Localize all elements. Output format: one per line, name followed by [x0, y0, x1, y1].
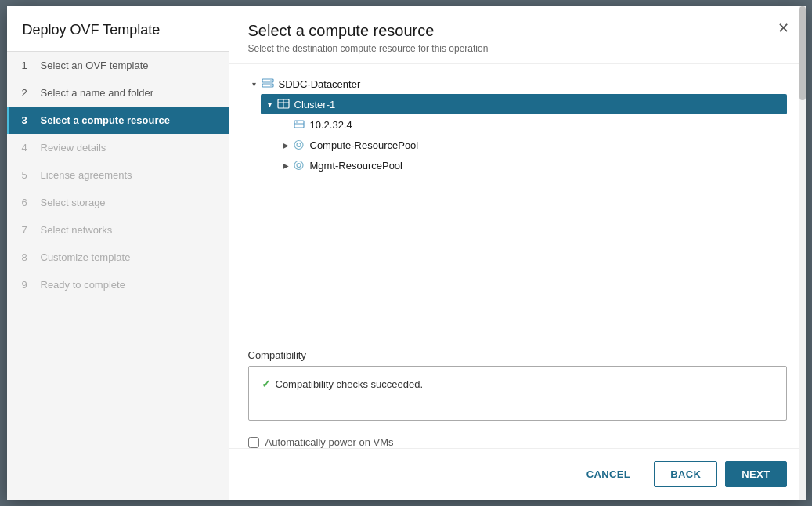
auto-power-on-area: Automatically power on VMs: [229, 430, 806, 448]
svg-point-12: [294, 161, 303, 170]
step-7-num: 7: [22, 224, 34, 236]
pool2-toggle-icon[interactable]: ▶: [280, 159, 292, 172]
step-8-num: 8: [22, 251, 34, 263]
datacenter-toggle-icon[interactable]: ▾: [248, 78, 261, 90]
cluster-row[interactable]: ▾ Cluster-1: [261, 94, 787, 114]
cluster-toggle-icon[interactable]: ▾: [264, 98, 276, 110]
pool1-row[interactable]: ▶ Compute-ResourcePool: [280, 135, 787, 155]
svg-point-10: [294, 141, 303, 150]
pool1-icon: [292, 138, 306, 152]
pool2-row[interactable]: ▶ Mgmt-ResourcePool: [280, 155, 787, 175]
step-1-num: 1: [22, 60, 34, 71]
step-9-label: Ready to complete: [41, 279, 125, 291]
step-4-num: 4: [22, 142, 34, 154]
datacenter-icon: [261, 77, 275, 91]
sidebar: Deploy OVF Template 1 Select an OVF temp…: [7, 6, 229, 500]
svg-rect-1: [262, 84, 273, 87]
auto-power-on-label: Automatically power on VMs: [265, 436, 394, 448]
step-5-num: 5: [22, 169, 34, 181]
step-5[interactable]: 5 License agreements: [7, 161, 229, 189]
step-9-num: 9: [22, 279, 34, 291]
step-3[interactable]: 3 Select a compute resource: [7, 107, 229, 134]
pool1-label: Compute-ResourcePool: [310, 139, 419, 151]
pool2-label: Mgmt-ResourcePool: [310, 160, 403, 172]
step-3-num: 3: [22, 114, 34, 126]
scrollbar-thumb[interactable]: [799, 6, 806, 100]
host-spacer: [280, 118, 292, 131]
compatibility-success: ✓ Compatibility checks succeeded.: [262, 378, 774, 390]
step-9[interactable]: 9 Ready to complete: [7, 271, 229, 298]
cluster-container: ▾ Cluster-1: [264, 94, 787, 175]
host-container: 10.2.32.4 ▶ Compute-ResourcePool: [280, 114, 787, 175]
svg-point-9: [296, 121, 298, 123]
check-icon: ✓: [262, 378, 271, 390]
step-5-label: License agreements: [41, 169, 132, 181]
host-icon: [292, 117, 306, 132]
next-button[interactable]: NEXT: [725, 461, 786, 487]
step-7-label: Select networks: [41, 224, 113, 236]
step-6-label: Select storage: [41, 197, 106, 208]
auto-power-on-checkbox[interactable]: [248, 437, 259, 448]
resource-tree: ▾ SDDC-Datacenter ▾: [229, 64, 806, 349]
step-2-label: Select a name and folder: [41, 87, 154, 99]
compatibility-box: ✓ Compatibility checks succeeded.: [248, 366, 787, 421]
pool1-toggle-icon[interactable]: ▶: [280, 139, 292, 151]
step-8-label: Customize template: [41, 251, 131, 263]
step-6[interactable]: 6 Select storage: [7, 189, 229, 216]
main-subtitle: Select the destination compute resource …: [248, 43, 787, 54]
step-1[interactable]: 1 Select an OVF template: [7, 52, 229, 79]
dialog-footer: CANCEL BACK NEXT: [229, 448, 806, 500]
cancel-button[interactable]: CANCEL: [571, 462, 647, 486]
svg-rect-0: [262, 79, 273, 82]
steps-list: 1 Select an OVF template 2 Select a name…: [7, 52, 229, 500]
step-6-num: 6: [22, 197, 34, 208]
cluster-label: Cluster-1: [294, 99, 336, 110]
scrollbar-track: [799, 6, 806, 500]
host-row[interactable]: 10.2.32.4: [280, 114, 787, 135]
step-2-num: 2: [22, 87, 34, 99]
close-button[interactable]: ✕: [774, 19, 793, 38]
compatibility-label: Compatibility: [248, 349, 787, 361]
compatibility-section: Compatibility ✓ Compatibility checks suc…: [229, 349, 806, 430]
step-3-label: Select a compute resource: [41, 114, 170, 126]
svg-point-3: [270, 85, 272, 86]
cluster-icon: [276, 97, 291, 111]
deploy-dialog: Deploy OVF Template 1 Select an OVF temp…: [7, 6, 806, 500]
main-header: Select a compute resource Select the des…: [229, 6, 806, 64]
step-4-label: Review details: [41, 142, 106, 154]
step-2[interactable]: 2 Select a name and folder: [7, 79, 229, 107]
back-button[interactable]: BACK: [654, 461, 717, 487]
step-7[interactable]: 7 Select networks: [7, 216, 229, 244]
compatibility-message: Compatibility checks succeeded.: [276, 378, 424, 390]
svg-point-11: [297, 143, 301, 147]
svg-point-2: [270, 80, 272, 81]
step-8[interactable]: 8 Customize template: [7, 244, 229, 271]
svg-point-13: [297, 164, 301, 168]
datacenter-label: SDDC-Datacenter: [279, 78, 361, 90]
pool2-icon: [292, 158, 306, 172]
step-4[interactable]: 4 Review details: [7, 134, 229, 161]
datacenter-row[interactable]: ▾ SDDC-Datacenter: [248, 74, 787, 94]
step-1-label: Select an OVF template: [41, 60, 149, 71]
host-label: 10.2.32.4: [310, 119, 352, 131]
dialog-title: Deploy OVF Template: [7, 6, 229, 52]
main-title: Select a compute resource: [248, 22, 787, 40]
main-panel: Select a compute resource Select the des…: [229, 6, 806, 500]
